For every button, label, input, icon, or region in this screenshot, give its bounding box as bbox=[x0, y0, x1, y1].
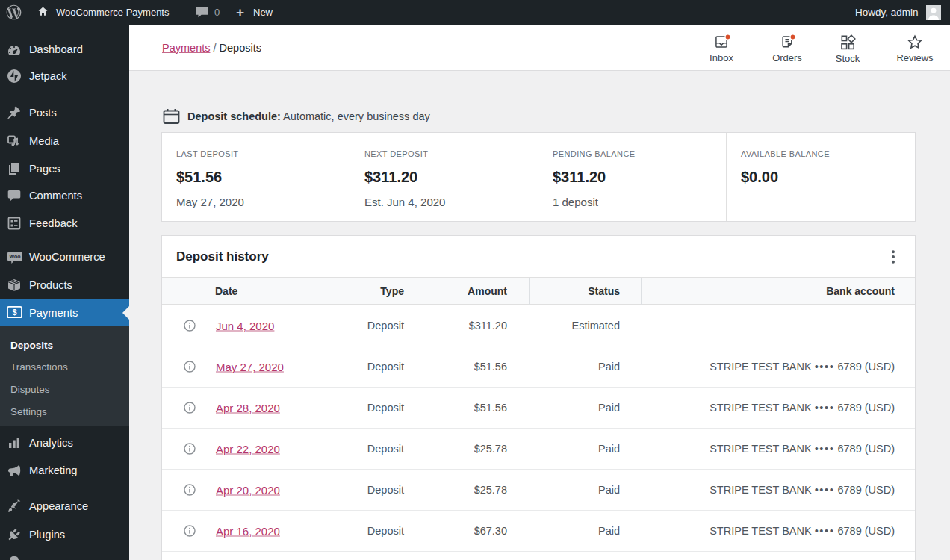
svg-text:$: $ bbox=[12, 307, 16, 316]
svg-text:Woo: Woo bbox=[9, 254, 20, 259]
